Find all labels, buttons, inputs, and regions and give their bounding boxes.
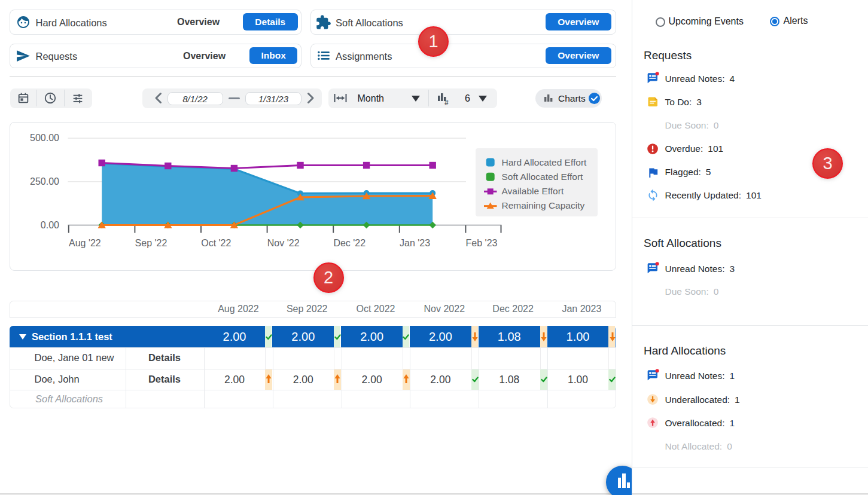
svg-text:Oct '22: Oct '22	[201, 238, 231, 248]
svg-text:Remaining Capacity: Remaining Capacity	[502, 200, 585, 210]
svg-text:Available Effort: Available Effort	[502, 186, 564, 196]
svg-text:Aug '22: Aug '22	[69, 238, 101, 248]
svg-text:#: #	[444, 99, 449, 106]
svg-text:Nov '22: Nov '22	[267, 238, 300, 248]
svg-text:Sep '22: Sep '22	[135, 238, 167, 248]
svg-text:250.00: 250.00	[30, 176, 59, 187]
svg-text:Feb '23: Feb '23	[466, 238, 498, 248]
svg-text:Dec '22: Dec '22	[333, 238, 366, 248]
svg-text:Hard Allocated Effort: Hard Allocated Effort	[502, 157, 587, 167]
svg-text:0.00: 0.00	[41, 220, 59, 230]
svg-text:500.00: 500.00	[30, 133, 59, 143]
svg-text:Soft Allocated Effort: Soft Allocated Effort	[502, 172, 584, 182]
svg-text:Jan '23: Jan '23	[400, 238, 430, 248]
